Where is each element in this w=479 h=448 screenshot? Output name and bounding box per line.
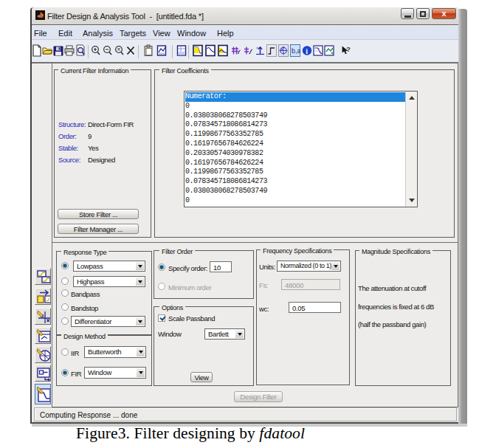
svg-text:?: ? — [346, 45, 351, 53]
svg-text:i: i — [306, 47, 308, 55]
svg-text:b,a: b,a — [292, 47, 300, 55]
